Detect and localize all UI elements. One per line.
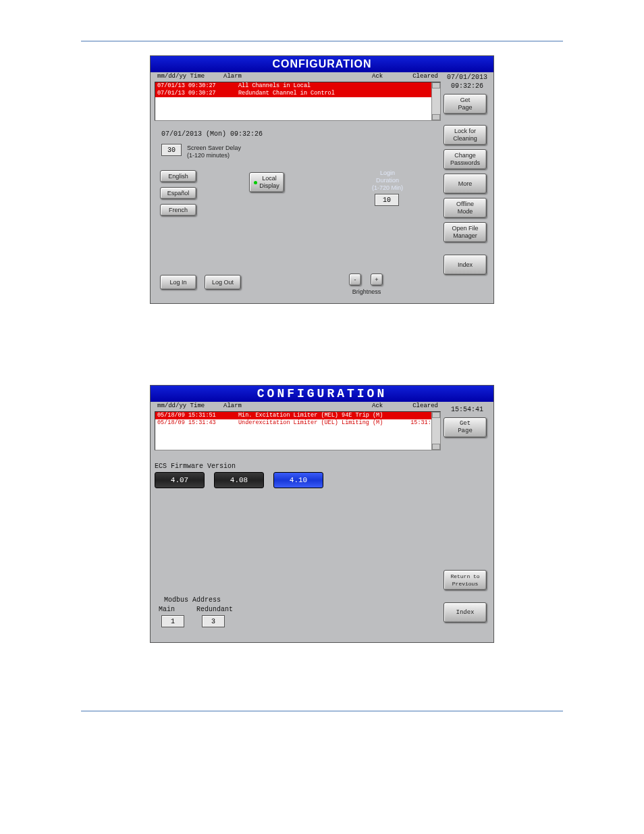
modbus-redundant-label: Redundant (196, 606, 233, 613)
alarm-row[interactable]: 07/01/13 09:30:27Redundant Channel in Co… (155, 90, 440, 97)
return-to-previous-button[interactable]: Return to Previous (444, 570, 487, 590)
alarm-message: All Channels in Local (238, 82, 402, 90)
index-button[interactable]: Index (444, 255, 487, 275)
alarm-row[interactable]: 05/18/09 15:31:51Min. Excitation Limiter… (155, 412, 440, 419)
alarm-datetime: 07/01/13 09:30:27 (157, 90, 234, 97)
alarm-table: 05/18/09 15:31:51Min. Excitation Limiter… (155, 411, 441, 450)
screen-saver-range: (1-120 minutes) (187, 152, 230, 159)
login-duration-field[interactable]: 10 (375, 194, 399, 206)
local-display-button[interactable]: Local Display (249, 172, 284, 192)
app-window: CONFIGURATION mm/dd/yy Time Alarm Ack Cl… (150, 385, 494, 643)
col-ack: Ack (372, 402, 399, 411)
alarm-datetime: 07/01/13 09:30:27 (157, 82, 234, 90)
change-passwords-button[interactable]: Change Passwords (444, 149, 487, 170)
col-cleared: Cleared (404, 402, 438, 411)
screenshot-1: CONFIGURATION mm/dd/yy Time Alarm Ack Cl… (150, 55, 494, 304)
index-button[interactable]: Index (444, 602, 487, 623)
lang-french-button[interactable]: French (160, 204, 196, 216)
firmware-version-button[interactable]: 4.10 (273, 472, 323, 488)
firmware-version-button[interactable]: 4.07 (155, 472, 205, 488)
login-duration-range: (1-720 Min) (364, 184, 411, 191)
col-cleared: Cleared (404, 73, 438, 82)
firmware-version-button[interactable]: 4.08 (214, 472, 264, 488)
alarm-message: Min. Excitation Limiter (MEL) 94E Trip (… (238, 412, 402, 419)
login-button[interactable]: Log In (160, 275, 196, 290)
alarm-datetime: 05/18/09 15:31:43 (157, 419, 234, 427)
screenshot-2: CONFIGURATION mm/dd/yy Time Alarm Ack Cl… (150, 385, 494, 643)
sidebar-date: 07/01/2013 (444, 74, 491, 81)
alarm-table-header: mm/dd/yy Time Alarm Ack Cleared (155, 402, 441, 411)
alarm-message: Redundant Channel in Control (238, 90, 402, 97)
title-bar: CONFIGURATION (151, 386, 493, 402)
alarm-datetime: 05/18/09 15:31:51 (157, 412, 234, 419)
current-datetime: 07/01/2013 (Mon) 09:32:26 (161, 130, 263, 138)
sidebar-time: 15:54:41 (444, 406, 491, 413)
app-window: CONFIGURATION mm/dd/yy Time Alarm Ack Cl… (150, 55, 494, 304)
modbus-redundant-field[interactable]: 3 (202, 615, 225, 627)
title-bar: CONFIGURATION (151, 56, 493, 72)
get-page-button[interactable]: Get Page (444, 417, 487, 438)
more-button[interactable]: More (444, 174, 487, 194)
modbus-address-label: Modbus Address (164, 596, 221, 604)
local-display-label: Local Display (259, 175, 279, 190)
login-duration-l1: Login (364, 170, 411, 176)
alarm-scrollbar[interactable] (431, 412, 440, 450)
alarm-row[interactable]: 05/18/09 15:31:43Underexcitation Limiter… (155, 419, 440, 427)
col-alarm: Alarm (223, 73, 367, 82)
logout-button[interactable]: Log Out (205, 275, 241, 290)
lang-espanol-button[interactable]: Español (160, 187, 196, 199)
col-datetime: mm/dd/yy Time (157, 402, 218, 411)
brightness-label: Brightness (349, 288, 384, 295)
brightness-increase-button[interactable]: + (371, 273, 383, 286)
firmware-version-label: ECS Firmware Version (155, 463, 236, 470)
lang-english-button[interactable]: English (160, 170, 196, 182)
lock-for-cleaning-button[interactable]: Lock for Cleaning (444, 125, 487, 145)
sidebar-time: 09:32:26 (444, 82, 491, 90)
screen-saver-label: Screen Saver Delay (187, 145, 241, 151)
offline-mode-button[interactable]: Offline Mode (444, 198, 487, 218)
col-alarm: Alarm (223, 402, 367, 411)
bottom-rule (81, 710, 563, 712)
modbus-main-label: Main (159, 606, 175, 613)
open-file-manager-button[interactable]: Open File Manager (444, 222, 487, 242)
sidebar: 15:54:41 Get Page Return to Previous Ind… (444, 402, 491, 638)
indicator-dot-icon (254, 181, 257, 184)
alarm-message: Underexcitation Limiter (UEL) Limiting (… (238, 419, 402, 427)
alarm-scrollbar[interactable] (431, 82, 440, 120)
col-ack: Ack (372, 73, 399, 82)
col-datetime: mm/dd/yy Time (157, 73, 218, 82)
brightness-decrease-button[interactable]: - (349, 273, 361, 286)
login-duration-l2: Duration (364, 177, 411, 184)
alarm-table-header: mm/dd/yy Time Alarm Ack Cleared (155, 72, 441, 82)
alarm-table: 07/01/13 09:30:27All Channels in Local07… (155, 82, 441, 121)
modbus-main-field[interactable]: 1 (161, 615, 184, 627)
alarm-row[interactable]: 07/01/13 09:30:27All Channels in Local (155, 82, 440, 90)
get-page-button[interactable]: Get Page (444, 94, 487, 114)
top-rule (81, 41, 563, 42)
sidebar: 07/01/2013 09:32:26 Get Page Lock for Cl… (444, 72, 491, 299)
screen-saver-delay-field[interactable]: 30 (161, 144, 182, 156)
